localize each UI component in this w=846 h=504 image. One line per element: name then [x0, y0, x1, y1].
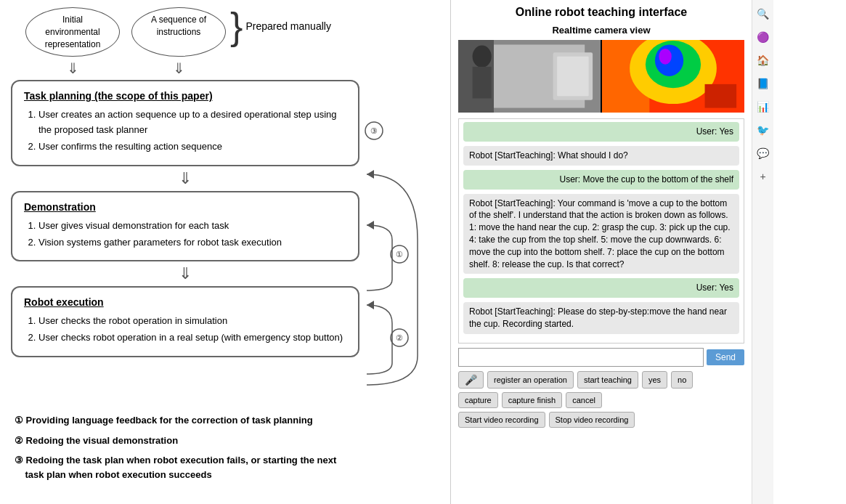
left-panel: Initial environmentalrepresentation A se…: [0, 0, 450, 504]
cancel-button[interactable]: cancel: [566, 392, 602, 408]
execution-item-1: User checks the robot operation in simul…: [38, 314, 346, 329]
robot-execution-box: Robot execution User checks the robot op…: [11, 286, 359, 357]
svg-rect-15: [557, 57, 589, 96]
chart-icon[interactable]: 📊: [755, 99, 771, 115]
demo-item-2: Vision systems gather parameters for rob…: [38, 235, 346, 251]
start-video-recording-button[interactable]: Start video recording: [458, 412, 545, 428]
robot-message: Robot [StartTeaching]: Your command is '…: [463, 194, 739, 275]
svg-marker-2: [367, 170, 374, 179]
svg-rect-22: [705, 84, 737, 108]
buttons-row-3: Start video recording Stop video recordi…: [458, 412, 744, 428]
user-message: User: Move the cup to the bottom of the …: [463, 170, 739, 190]
capture-finish-button[interactable]: capture finish: [502, 392, 562, 408]
brace-label: Prepared manually: [245, 20, 331, 32]
execution-item-2: User checks robot operation in a real se…: [38, 330, 346, 346]
flow-wrapper: Task planning (the scope of this paper) …: [11, 80, 439, 402]
legend-item-1: ① Providing language feedback for the co…: [15, 413, 439, 428]
task-planning-item-1: User creates an action sequence up to a …: [38, 107, 346, 138]
legend-section: ① Providing language feedback for the co…: [11, 413, 439, 481]
arrow-2-3: ⇓: [11, 264, 359, 283]
task-planning-title: Task planning (the scope of this paper): [24, 90, 346, 102]
svg-text:①: ①: [396, 250, 403, 259]
buttons-row-2: capture capture finish cancel: [458, 392, 744, 408]
buttons-row-1: 🎤 register an operation start teaching y…: [458, 371, 744, 389]
add-icon[interactable]: +: [755, 168, 771, 184]
stop-video-recording-button[interactable]: Stop video recording: [549, 412, 635, 428]
svg-marker-5: [367, 221, 374, 229]
input-row: Send: [458, 348, 744, 367]
oval-instructions: A sequence ofinstructions: [131, 7, 226, 57]
arrow-down-env: ⇓: [25, 60, 120, 77]
svg-rect-13: [473, 67, 492, 99]
no-button[interactable]: no: [671, 371, 693, 389]
task-planning-list: User creates an action sequence up to a …: [24, 107, 346, 154]
flow-main: Task planning (the scope of this paper) …: [11, 80, 359, 402]
user-message: User: Yes: [463, 122, 739, 142]
svg-text:②: ②: [396, 333, 403, 342]
mic-button[interactable]: 🎤: [458, 371, 484, 389]
sidebar-icons: 🔍 🟣 🏠 📘 📊 🐦 💬 +: [752, 0, 773, 504]
book-icon[interactable]: 📘: [755, 76, 771, 92]
user-message: User: Yes: [463, 278, 739, 298]
brace-symbol: }: [230, 7, 243, 45]
register-operation-button[interactable]: register an operation: [487, 371, 574, 389]
twitter-icon[interactable]: 🐦: [755, 122, 771, 138]
demonstration-box: Demonstration User gives visual demonstr…: [11, 191, 359, 262]
brace-section: } Prepared manually: [230, 7, 331, 45]
arrow-down-instr: ⇓: [131, 60, 226, 77]
yes-button[interactable]: yes: [642, 371, 667, 389]
robot-execution-title: Robot execution: [24, 296, 346, 308]
camera-view-title: Realtime camera view: [458, 25, 744, 36]
task-planning-item-2: User confirms the resulting action seque…: [38, 139, 346, 155]
arrow-1-2: ⇓: [11, 169, 359, 188]
teams-icon[interactable]: 💬: [755, 145, 771, 161]
svg-point-12: [473, 46, 492, 68]
demonstration-title: Demonstration: [24, 201, 346, 213]
purple-dot-icon[interactable]: 🟣: [755, 29, 771, 45]
svg-point-21: [659, 49, 671, 65]
robot-message: Robot [StartTeaching]: What should I do?: [463, 146, 739, 166]
robot-execution-list: User checks the robot operation in simul…: [24, 314, 346, 346]
svg-marker-8: [367, 301, 374, 309]
oval-environment: Initial environmentalrepresentation: [25, 7, 120, 57]
interface-title: Online robot teaching interface: [458, 6, 744, 19]
send-button[interactable]: Send: [707, 349, 744, 365]
demonstration-list: User gives visual demonstration for each…: [24, 219, 346, 251]
camera-right-image: [602, 40, 744, 113]
camera-images-container: [458, 40, 744, 113]
demo-item-1: User gives visual demonstration for each…: [38, 219, 346, 234]
svg-text:③: ③: [370, 126, 378, 135]
robot-message: Robot [StartTeaching]: Please do step-by…: [463, 302, 739, 334]
chat-area[interactable]: Robot [Idle]: Hello. What can I do for y…: [458, 118, 744, 344]
right-panel: Online robot teaching interface Realtime…: [450, 0, 752, 504]
feedback-arrows: ③ ① ②: [359, 80, 432, 402]
home-icon[interactable]: 🏠: [755, 52, 771, 68]
search-icon[interactable]: 🔍: [755, 6, 771, 22]
legend-item-2: ② Redoing the visual demonstration: [15, 434, 439, 448]
message-input[interactable]: [458, 348, 704, 367]
capture-button[interactable]: capture: [458, 392, 498, 408]
camera-left-image: [458, 40, 601, 113]
legend-item-3: ③ Redoing the task plan when robot execu…: [15, 453, 439, 481]
start-teaching-button[interactable]: start teaching: [577, 371, 638, 389]
task-planning-box: Task planning (the scope of this paper) …: [11, 80, 359, 166]
